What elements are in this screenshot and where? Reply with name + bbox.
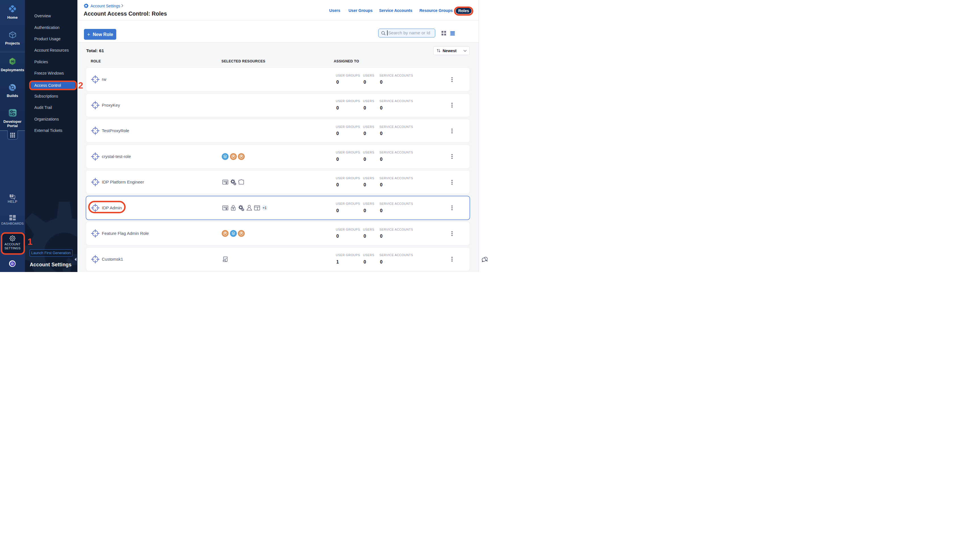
svg-text:?: ?	[11, 194, 13, 197]
